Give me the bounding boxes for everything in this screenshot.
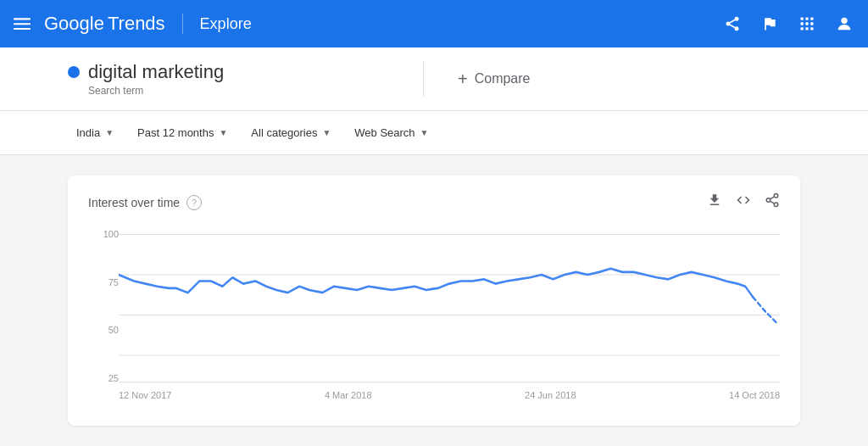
svg-rect-14 xyxy=(801,27,804,30)
share-icon[interactable] xyxy=(722,14,743,34)
svg-rect-2 xyxy=(14,28,31,30)
filters-bar: India ▼ Past 12 months ▼ All categories … xyxy=(0,111,868,155)
app-header: Google Trends Explore xyxy=(0,0,868,47)
chart-line xyxy=(119,269,753,298)
svg-point-4 xyxy=(726,22,731,26)
search-term-label: Search term xyxy=(88,85,389,97)
category-filter[interactable]: All categories ▼ xyxy=(242,121,339,144)
svg-point-5 xyxy=(735,26,739,31)
google-logo-text: Google xyxy=(44,13,104,35)
svg-line-21 xyxy=(770,201,774,203)
main-content: Interest over time ? xyxy=(0,155,868,446)
header-divider xyxy=(182,14,183,34)
search-area: digital marketing Search term + Compare xyxy=(0,47,868,111)
svg-rect-15 xyxy=(805,27,808,30)
download-icon[interactable] xyxy=(707,192,722,212)
compare-plus-icon: + xyxy=(458,70,468,89)
svg-rect-9 xyxy=(805,18,808,20)
chart-help-label: ? xyxy=(192,198,197,208)
time-range-filter[interactable]: Past 12 months ▼ xyxy=(129,121,236,144)
time-range-filter-arrow: ▼ xyxy=(219,128,227,137)
embed-icon[interactable] xyxy=(736,192,751,212)
svg-rect-16 xyxy=(810,27,813,30)
chart-title: Interest over time xyxy=(88,196,180,209)
search-dot-indicator xyxy=(68,66,80,78)
chart-header: Interest over time ? xyxy=(88,192,780,212)
region-filter-label: India xyxy=(76,126,100,139)
x-label-1: 12 Nov 2017 xyxy=(119,390,171,400)
chart-svg xyxy=(119,226,780,387)
compare-button[interactable]: + Compare xyxy=(424,70,531,89)
svg-line-6 xyxy=(730,25,735,27)
svg-point-18 xyxy=(774,194,778,198)
interest-over-time-card: Interest over time ? xyxy=(68,176,800,426)
search-term-text: digital marketing xyxy=(88,61,224,83)
region-filter[interactable]: India ▼ xyxy=(68,121,122,144)
x-label-4: 14 Oct 2018 xyxy=(729,390,780,400)
svg-rect-10 xyxy=(810,18,813,20)
category-filter-label: All categories xyxy=(251,126,317,139)
search-term-row: digital marketing xyxy=(68,61,389,83)
y-label-75: 75 xyxy=(108,277,119,287)
flag-icon[interactable] xyxy=(760,14,780,34)
svg-rect-12 xyxy=(805,22,808,25)
x-label-3: 24 Jun 2018 xyxy=(525,390,576,400)
google-trends-logo: Google Trends xyxy=(44,13,165,35)
menu-icon[interactable] xyxy=(14,15,31,32)
svg-rect-0 xyxy=(14,18,31,20)
trends-logo-text: Trends xyxy=(108,13,165,35)
chart-title-row: Interest over time ? xyxy=(88,195,202,210)
search-type-filter-label: Web Search xyxy=(354,126,415,139)
chart-actions xyxy=(707,192,780,212)
chart-help-icon[interactable]: ? xyxy=(186,195,202,210)
category-filter-arrow: ▼ xyxy=(322,128,331,137)
svg-rect-11 xyxy=(801,22,804,25)
x-label-2: 4 Mar 2018 xyxy=(325,390,372,400)
search-type-filter[interactable]: Web Search ▼ xyxy=(346,121,437,144)
svg-point-19 xyxy=(766,198,771,203)
svg-line-7 xyxy=(730,20,735,22)
y-label-100: 100 xyxy=(103,229,119,239)
y-label-25: 25 xyxy=(108,373,119,383)
svg-point-17 xyxy=(841,18,847,24)
compare-text: Compare xyxy=(475,71,531,86)
svg-rect-13 xyxy=(810,22,813,25)
y-label-50: 50 xyxy=(108,325,119,335)
chart-line-dashed xyxy=(753,297,776,322)
svg-rect-1 xyxy=(14,23,31,25)
search-term-box: digital marketing Search term xyxy=(68,61,424,97)
time-range-filter-label: Past 12 months xyxy=(137,126,214,139)
svg-point-3 xyxy=(735,17,739,21)
svg-point-20 xyxy=(774,203,778,207)
search-type-filter-arrow: ▼ xyxy=(420,128,429,137)
grid-icon[interactable] xyxy=(797,14,817,34)
svg-rect-8 xyxy=(801,18,804,20)
account-icon[interactable] xyxy=(834,14,854,34)
header-actions xyxy=(722,14,854,34)
share-chart-icon[interactable] xyxy=(765,192,780,212)
explore-label: Explore xyxy=(200,15,252,33)
region-filter-arrow: ▼ xyxy=(105,128,114,137)
svg-line-22 xyxy=(770,197,774,199)
